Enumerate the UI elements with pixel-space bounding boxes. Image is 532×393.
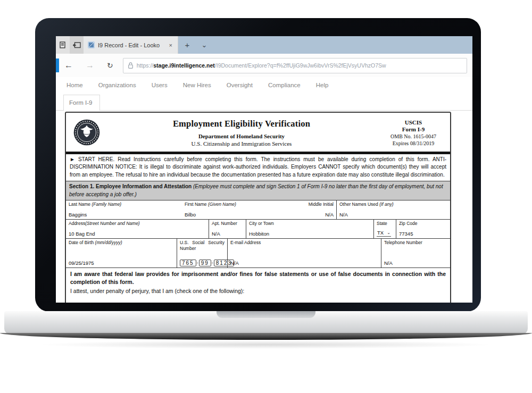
dob-field[interactable]: 09/25/1975 — [69, 260, 174, 266]
email-cell: E-mail Address N/A — [227, 239, 381, 267]
tab-menu-chevron-icon[interactable]: ⌄ — [196, 36, 212, 54]
row-dob-ssn: Date of Birth (mm/dd/yyyy) 09/25/1975 U.… — [66, 239, 450, 268]
url-host: stage.i9intelligence.net — [153, 62, 215, 69]
tab-bar-left-section: I9 Record - Edit - Looko × — [56, 36, 178, 54]
ssn-group-2[interactable]: 99 — [199, 260, 211, 266]
tab-form-i9[interactable]: Form I-9 — [63, 95, 100, 111]
subtab-row: Form I-9 — [56, 93, 472, 111]
state-dropdown[interactable]: TX⌄ — [377, 230, 391, 237]
state-label: State — [377, 221, 393, 227]
document-area: Employment Eligibility Verification Depa… — [56, 111, 472, 303]
zip-field[interactable]: 77345 — [399, 231, 447, 237]
other-names-field[interactable]: N/A — [339, 212, 447, 218]
tab-close-icon[interactable]: × — [168, 42, 173, 48]
attestation-statement: I attest, under penalty of perjury, that… — [70, 288, 446, 294]
site-nav: Home Organizations Users New Hires Overs… — [56, 77, 472, 93]
browser-toolbar: ← → ↻ https://stage.i9intelligence.net/I… — [56, 54, 472, 77]
first-name-field[interactable]: Bilbo — [185, 212, 287, 218]
state-cell: State TX⌄ — [373, 220, 396, 238]
uscis-label: USCIS — [382, 119, 445, 126]
back-icon[interactable]: ← — [64, 61, 73, 70]
nav-item-compliance[interactable]: Compliance — [268, 82, 301, 88]
browser-tab-bar: I9 Record - Edit - Looko × + ⌄ — [56, 36, 472, 54]
tab-preview-icon[interactable] — [70, 36, 84, 54]
apt-number-cell: Apt. Number N/A — [209, 220, 246, 238]
apt-number-label: Apt. Number — [212, 221, 243, 227]
ssn-field[interactable]: 765 - 99 - 8123 — [180, 260, 225, 266]
nav-item-users[interactable]: Users — [152, 82, 168, 88]
middle-initial-label: Middle Initial — [292, 202, 334, 207]
tab-title: I9 Record - Edit - Looko — [98, 42, 165, 48]
refresh-icon[interactable]: ↻ — [107, 61, 113, 70]
nav-item-home[interactable]: Home — [66, 82, 83, 88]
city-label: City or Town — [249, 221, 371, 227]
form-header-right: USCIS Form I-9 OMB No. 1615-0047 Expires… — [382, 119, 445, 146]
laptop-base — [4, 311, 528, 334]
email-label: E-mail Address — [230, 240, 378, 246]
row-names: Last Name (Family Name) Baggins First Na… — [66, 200, 450, 220]
other-names-label: Other Names Used (If any) — [339, 202, 447, 207]
section1-header: Section 1. Employee Information and Atte… — [66, 181, 450, 200]
url-path: /I9Document/Explore?q=f%2ffUjiG9wJw6ibvV… — [215, 62, 386, 69]
dob-label: Date of Birth (mm/dd/yyyy) — [69, 240, 174, 246]
forward-icon[interactable]: → — [86, 61, 94, 70]
omb-number: OMB No. 1615-0047 — [382, 133, 445, 139]
left-accent-bar — [56, 58, 59, 72]
last-name-label: Last Name (Family Name) — [69, 202, 179, 207]
url-text: https://stage.i9intelligence.net/I9Docum… — [137, 62, 386, 69]
last-name-cell: Last Name (Family Name) Baggins — [66, 200, 182, 219]
first-name-cell: First Name (Given Name) Bilbo — [182, 200, 289, 219]
expires-date: Expires 08/31/2019 — [382, 140, 445, 146]
form-dept: Department of Homeland Security — [101, 133, 382, 139]
ssn-cell: U.S. Social Security Number 765 - 99 - 8… — [177, 239, 227, 267]
browser-window: I9 Record - Edit - Looko × + ⌄ ← → ↻ htt… — [56, 36, 472, 303]
zip-label: Zip Code — [399, 221, 447, 227]
nav-item-oversight[interactable]: Oversight — [227, 82, 253, 88]
apt-number-field[interactable]: N/A — [212, 231, 243, 237]
nav-item-help[interactable]: Help — [316, 82, 329, 88]
ssn-group-1[interactable]: 765 — [180, 260, 196, 266]
laptop-lid-notch — [217, 311, 315, 318]
zip-cell: Zip Code 77345 — [396, 220, 450, 238]
attestation-block: I am aware that federal law provides for… — [66, 268, 450, 296]
address-field[interactable]: 10 Bag End — [69, 231, 206, 237]
last-name-field[interactable]: Baggins — [69, 212, 179, 218]
address-bar[interactable]: https://stage.i9intelligence.net/I9Docum… — [123, 58, 467, 73]
phone-cell: Telephone Number N/A — [381, 239, 450, 267]
dhs-seal-icon — [72, 118, 101, 147]
city-field[interactable]: Hobbiton — [249, 231, 371, 237]
browser-tab[interactable]: I9 Record - Edit - Looko × — [84, 36, 178, 54]
row-address: Address(Street Number and Name) 10 Bag E… — [66, 220, 450, 239]
address-cell: Address(Street Number and Name) 10 Bag E… — [66, 220, 209, 238]
form-agency: U.S. Citizenship and Immigration Service… — [101, 140, 382, 147]
form-title: Employment Eligibility Verification — [101, 119, 382, 129]
new-tab-button[interactable]: + — [178, 36, 196, 54]
form-header: Employment Eligibility Verification Depa… — [66, 113, 450, 152]
ssn-separator: - — [197, 260, 198, 265]
start-here-notice: ► START HERE. Read Instructions carefull… — [66, 154, 450, 181]
middle-initial-cell: Middle Initial N/A — [289, 200, 336, 219]
state-value: TX — [377, 230, 384, 236]
phone-field[interactable]: N/A — [384, 260, 447, 266]
attestation-warning: I am aware that federal law provides for… — [70, 270, 446, 286]
laptop-shadow — [37, 340, 495, 349]
nav-item-new-hires[interactable]: New Hires — [183, 82, 211, 88]
lock-icon — [128, 62, 133, 69]
address-label: Address(Street Number and Name) — [69, 221, 206, 227]
other-names-cell: Other Names Used (If any) N/A — [336, 200, 450, 219]
middle-initial-field[interactable]: N/A — [292, 212, 334, 218]
first-name-label: First Name (Given Name) — [185, 202, 287, 207]
laptop-base-edge — [0, 333, 532, 340]
tab-favicon-icon — [88, 41, 95, 48]
city-cell: City or Town Hobbiton — [246, 220, 373, 238]
ssn-label: U.S. Social Security Number — [180, 240, 225, 251]
page: I9 Record - Edit - Looko × + ⌄ ← → ↻ htt… — [0, 0, 532, 393]
nav-item-organizations[interactable]: Organizations — [98, 82, 136, 88]
phone-label: Telephone Number — [384, 240, 447, 246]
ssn-separator: - — [212, 260, 213, 265]
i9-form-document: Employment Eligibility Verification Depa… — [65, 112, 451, 303]
email-field[interactable]: N/A — [230, 260, 378, 266]
url-scheme: https:// — [137, 62, 154, 69]
set-tabs-aside-icon[interactable] — [56, 36, 70, 54]
chevron-down-icon: ⌄ — [387, 230, 390, 235]
